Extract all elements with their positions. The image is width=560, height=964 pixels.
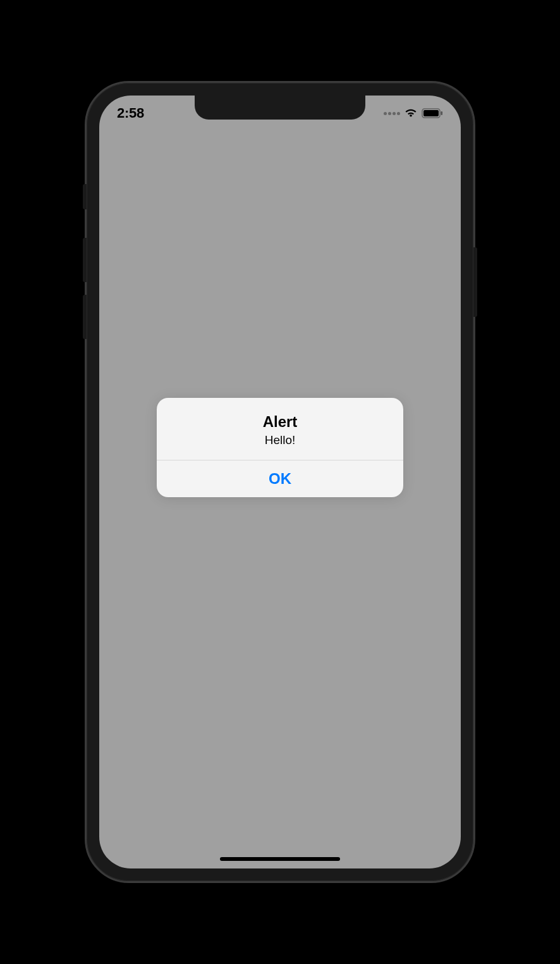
volume-up-button [83, 238, 87, 282]
battery-icon [422, 108, 443, 118]
svg-rect-2 [441, 111, 443, 115]
ok-button[interactable]: OK [157, 460, 403, 497]
alert-title: Alert [169, 413, 391, 431]
svg-rect-1 [423, 110, 439, 116]
phone-device-frame: 2:58 [85, 81, 475, 883]
wifi-icon [404, 108, 418, 118]
alert-dialog: Alert Hello! OK [157, 398, 403, 497]
status-indicators [384, 108, 443, 118]
volume-down-button [83, 295, 87, 339]
alert-actions: OK [157, 460, 403, 497]
alert-message: Hello! [169, 433, 391, 447]
phone-screen: 2:58 [99, 96, 461, 868]
status-time: 2:58 [117, 105, 144, 121]
device-notch [195, 96, 365, 120]
power-button [473, 247, 477, 317]
alert-content: Alert Hello! [157, 398, 403, 460]
cellular-signal-icon [384, 112, 400, 115]
mute-switch [83, 184, 87, 209]
home-indicator[interactable] [220, 857, 340, 861]
